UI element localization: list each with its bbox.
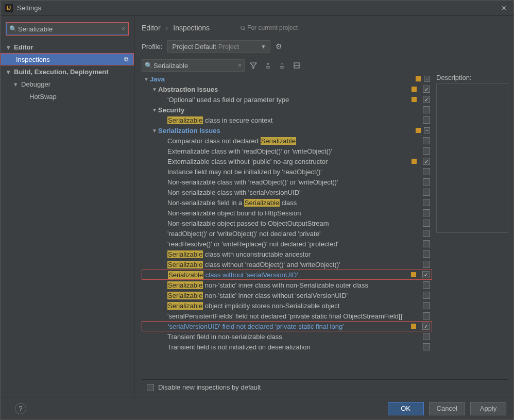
inspection-item[interactable]: 'serialVersionUID' field not declared 'p… bbox=[142, 321, 432, 331]
mixed-checkbox[interactable]: − bbox=[424, 76, 430, 82]
inspection-label: Comparator class not declared Serializab… bbox=[167, 137, 409, 145]
inspection-checkbox[interactable] bbox=[423, 292, 430, 299]
inspection-checkbox[interactable] bbox=[423, 220, 430, 227]
mixed-checkbox[interactable]: − bbox=[424, 127, 430, 133]
cancel-button[interactable]: Cancel bbox=[429, 402, 465, 415]
inspection-item[interactable]: Serializable class with unconstructable … bbox=[142, 249, 432, 259]
inspection-item[interactable]: Externalizable class without 'public' no… bbox=[142, 156, 432, 166]
inspection-checkbox[interactable] bbox=[423, 116, 430, 124]
inspection-checkbox[interactable] bbox=[423, 168, 430, 175]
inspection-checkbox[interactable] bbox=[422, 271, 430, 278]
inspection-checkbox[interactable] bbox=[423, 96, 430, 103]
inspection-checkbox[interactable] bbox=[423, 230, 430, 237]
profile-row: Profile: Project Default Project ▼ ⚙ bbox=[142, 38, 508, 55]
inspection-checkbox[interactable] bbox=[423, 209, 430, 216]
inspection-checkbox[interactable] bbox=[423, 86, 430, 93]
inspection-checkbox[interactable] bbox=[423, 250, 430, 258]
filter-icon[interactable] bbox=[248, 60, 259, 71]
tree-group-serialization[interactable]: ▼ Serialization issues − bbox=[142, 125, 432, 136]
sidebar-item-inspections[interactable]: Inspections ⧉ bbox=[1, 53, 134, 65]
inspection-checkbox[interactable] bbox=[423, 106, 430, 113]
inspection-item[interactable]: Non-serializable class with 'serialVersi… bbox=[142, 187, 432, 197]
chevron-down-icon: ▼ bbox=[143, 76, 150, 82]
inspection-checkbox[interactable] bbox=[423, 147, 430, 155]
inspection-checkbox[interactable] bbox=[423, 261, 430, 268]
chevron-down-icon: ▼ bbox=[151, 107, 158, 113]
inspection-item[interactable]: Non-serializable object bound to HttpSes… bbox=[142, 208, 432, 218]
window-title: Settings bbox=[17, 4, 499, 12]
inspection-item[interactable]: 'Optional' used as field or parameter ty… bbox=[142, 94, 432, 105]
tree-group-abstraction[interactable]: ▼ Abstraction issues bbox=[142, 84, 432, 94]
collapse-all-icon[interactable] bbox=[277, 60, 288, 71]
inspection-item[interactable]: Transient field is not initialized on de… bbox=[142, 342, 432, 352]
inspection-item[interactable]: Transient field in non-serializable clas… bbox=[142, 331, 432, 342]
sidebar-search[interactable]: 🔍 × bbox=[6, 22, 129, 36]
sidebar-item-hotswap[interactable]: HotSwap bbox=[1, 90, 134, 103]
reset-icon[interactable] bbox=[291, 60, 302, 71]
inspection-search[interactable]: 🔍 × bbox=[142, 59, 245, 72]
close-icon[interactable]: × bbox=[499, 4, 509, 13]
inspection-tree[interactable]: ▼ Java − ▼ Abstraction issues 'Optional'… bbox=[142, 74, 432, 379]
inspection-checkbox[interactable] bbox=[423, 158, 430, 165]
inspection-item[interactable]: Comparator class not declared Serializab… bbox=[142, 136, 432, 146]
help-icon[interactable]: ? bbox=[15, 403, 26, 414]
inspection-label: Instance field may not be initialized by… bbox=[167, 168, 409, 176]
tree-group-java[interactable]: ▼ Java − bbox=[142, 74, 432, 84]
chevron-down-icon: ▾ bbox=[7, 43, 14, 51]
inspection-label: Serializable class without 'serialVersio… bbox=[168, 271, 409, 279]
clear-icon[interactable]: × bbox=[238, 62, 242, 69]
inspection-search-input[interactable] bbox=[142, 59, 245, 72]
inspection-label: Serializable class without 'readObject()… bbox=[167, 261, 409, 268]
profile-select[interactable]: Project Default Project ▼ bbox=[167, 40, 270, 53]
inspection-checkbox[interactable] bbox=[423, 312, 430, 320]
profile-name: Project Default bbox=[172, 43, 216, 51]
description-label: Description: bbox=[436, 74, 508, 81]
apply-button[interactable]: Apply bbox=[470, 402, 506, 415]
inspection-checkbox[interactable] bbox=[423, 199, 430, 206]
inspection-item[interactable]: Non-serializable class with 'readObject(… bbox=[142, 177, 432, 187]
severity-indicator bbox=[412, 159, 417, 164]
inspection-item[interactable]: Serializable class without 'readObject()… bbox=[142, 259, 432, 270]
breadcrumb-part[interactable]: Editor bbox=[142, 24, 161, 32]
inspection-label: Serializable class in secure context bbox=[167, 116, 409, 124]
inspection-item[interactable]: Instance field may not be initialized by… bbox=[142, 166, 432, 177]
copy-icon[interactable]: ⧉ bbox=[124, 56, 134, 63]
inspection-item[interactable]: Non-serializable field in a Serializable… bbox=[142, 197, 432, 208]
inspection-item[interactable]: Serializable object implicitly stores no… bbox=[142, 300, 432, 311]
inspection-label: Externalizable class with 'readObject()'… bbox=[167, 147, 409, 155]
sidebar-item-build[interactable]: ▾ Build, Execution, Deployment bbox=[1, 65, 134, 78]
inspection-checkbox[interactable] bbox=[423, 137, 430, 144]
gear-icon[interactable]: ⚙ bbox=[276, 42, 282, 51]
inspection-item[interactable]: 'serialPersistentFields' field not decla… bbox=[142, 311, 432, 321]
inspection-checkbox[interactable] bbox=[423, 333, 430, 340]
inspection-item[interactable]: Serializable non-'static' inner class wi… bbox=[142, 280, 432, 290]
inspection-item[interactable]: Serializable class in secure context bbox=[142, 115, 432, 125]
ok-button[interactable]: OK bbox=[388, 402, 424, 415]
inspection-checkbox[interactable] bbox=[423, 343, 430, 350]
inspection-checkbox[interactable] bbox=[423, 302, 430, 309]
expand-all-icon[interactable] bbox=[262, 60, 273, 71]
inspection-checkbox[interactable] bbox=[422, 323, 430, 330]
tree-group-security[interactable]: ▼ Security bbox=[142, 105, 432, 115]
inspection-checkbox[interactable] bbox=[423, 189, 430, 196]
chevron-down-icon: ▾ bbox=[14, 80, 21, 88]
clear-icon[interactable]: × bbox=[122, 25, 125, 32]
search-icon: 🔍 bbox=[9, 25, 17, 32]
inspection-checkbox[interactable] bbox=[423, 281, 430, 289]
sidebar-item-editor[interactable]: ▾ Editor bbox=[1, 41, 134, 53]
dialog-buttons: ? OK Cancel Apply bbox=[1, 397, 513, 419]
inspection-item[interactable]: 'readResolve()' or 'writeReplace()' not … bbox=[142, 239, 432, 249]
inspection-item[interactable]: Externalizable class with 'readObject()'… bbox=[142, 146, 432, 156]
sidebar-search-input[interactable] bbox=[6, 23, 128, 35]
inspection-item[interactable]: Serializable class without 'serialVersio… bbox=[142, 270, 432, 280]
sidebar-item-label: Build, Execution, Deployment bbox=[14, 68, 134, 76]
inspection-item[interactable]: 'readObject()' or 'writeObject()' not de… bbox=[142, 228, 432, 239]
inspection-checkbox[interactable] bbox=[423, 240, 430, 247]
inspection-item[interactable]: Non-serializable object passed to Object… bbox=[142, 218, 432, 228]
inspection-toolbar: 🔍 × bbox=[142, 57, 508, 74]
copy-icon: ⧉ bbox=[241, 24, 245, 31]
disable-new-checkbox[interactable] bbox=[147, 384, 154, 391]
inspection-item[interactable]: Serializable non-'static' inner class wi… bbox=[142, 290, 432, 300]
sidebar-item-debugger[interactable]: ▾ Debugger bbox=[1, 78, 134, 90]
inspection-checkbox[interactable] bbox=[423, 178, 430, 186]
